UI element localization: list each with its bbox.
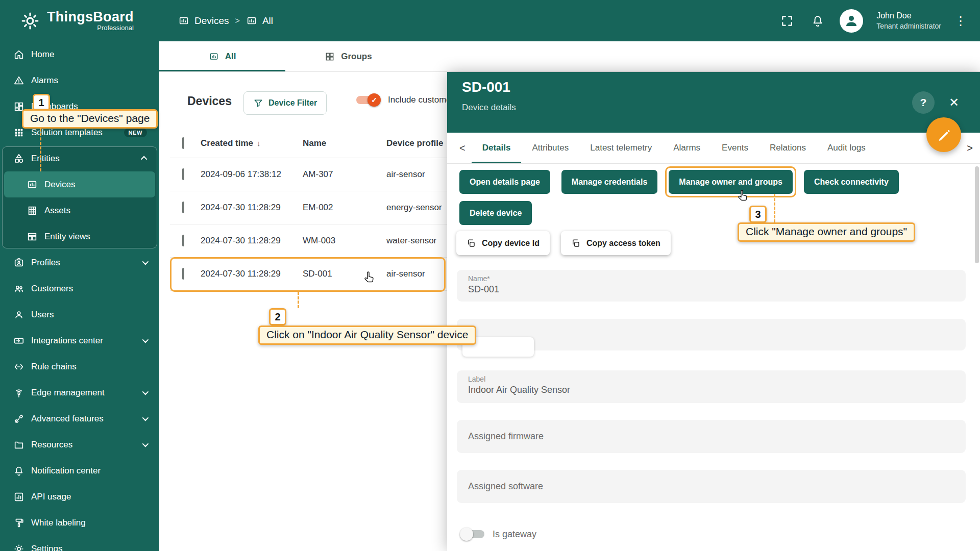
check-connectivity-button[interactable]: Check connectivity	[804, 170, 899, 194]
sidebar-item-entity-views[interactable]: Entity views	[0, 223, 159, 249]
brand-name: ThingsBoard	[47, 10, 134, 24]
sidebar-item-advanced-features[interactable]: Advanced features	[0, 406, 159, 432]
sidebar-item-home[interactable]: Home	[0, 41, 159, 67]
row-checkbox[interactable]	[182, 202, 184, 213]
row-checkbox[interactable]	[182, 268, 184, 280]
chart-icon	[13, 491, 24, 503]
row-checkbox[interactable]	[182, 168, 184, 180]
device-details-panel: SD-001 Device details ? ✕ < Details Attr…	[447, 72, 980, 551]
sidebar-item-alarms[interactable]: Alarms	[0, 67, 159, 93]
column-name[interactable]: Name	[303, 138, 386, 148]
assigned-software-field[interactable]: Assigned software	[457, 470, 966, 503]
home-icon	[13, 49, 24, 60]
annotation-step1-number: 1	[33, 94, 50, 111]
tabs-scroll-right-button[interactable]: >	[962, 133, 978, 164]
delete-device-button[interactable]: Delete device	[459, 201, 532, 225]
brand-gear-icon	[19, 10, 41, 32]
sidebar-item-resources[interactable]: Resources	[0, 432, 159, 458]
copy-access-token-button[interactable]: Copy access token	[561, 231, 671, 255]
open-details-page-button[interactable]: Open details page	[459, 170, 550, 194]
sidebar-item-entities[interactable]: Entities	[0, 145, 159, 171]
manage-credentials-button[interactable]: Manage credentials	[561, 170, 658, 194]
annotation-step1-callout: Go to the "Devices" page	[22, 109, 158, 129]
name-field-value: SD-001	[457, 283, 966, 295]
sidebar-item-customers[interactable]: Customers	[0, 276, 159, 302]
notifications-bell-button[interactable]	[809, 12, 826, 30]
profiles-icon	[13, 257, 24, 268]
assigned-firmware-field[interactable]: Assigned firmware	[457, 420, 966, 453]
panel-tabbar: < Details Attributes Latest telemetry Al…	[447, 133, 980, 164]
customers-icon	[13, 283, 24, 294]
sidebar-item-white-labeling[interactable]: White labeling	[0, 510, 159, 536]
row-checkbox[interactable]	[182, 235, 184, 246]
devices-icon	[209, 52, 219, 62]
breadcrumb-all[interactable]: All	[246, 15, 273, 27]
device-profile-field[interactable]	[457, 319, 966, 350]
devices-icon	[178, 15, 189, 27]
tabs-scroll-left-button[interactable]: <	[453, 133, 472, 163]
annotation-button-highlight: Manage owner and groups	[669, 170, 793, 194]
panel-scrollbar[interactable]	[975, 166, 979, 263]
sidebar-item-rule-chains[interactable]: Rule chains	[0, 354, 159, 380]
tab-relations[interactable]: Relations	[759, 133, 817, 163]
tab-events[interactable]: Events	[711, 133, 759, 163]
sidebar-item-integrations-center[interactable]: Integrations center	[0, 328, 159, 354]
sidebar-item-profiles[interactable]: Profiles	[0, 249, 159, 276]
pencil-icon	[937, 128, 951, 142]
sidebar-item-settings[interactable]: Settings	[0, 536, 159, 551]
sidebar-item-devices[interactable]: Devices	[4, 171, 155, 197]
sidebar-item-api-usage[interactable]: API usage	[0, 484, 159, 510]
annotation-step3-number: 3	[749, 206, 767, 223]
is-gateway-toggle[interactable]	[461, 529, 484, 540]
sidebar-item-notification-center[interactable]: Notification center	[0, 458, 159, 484]
sidebar-item-users[interactable]: Users	[0, 302, 159, 328]
copy-icon	[571, 239, 580, 248]
annotation-step3-callout: Click "Manage owner and groups"	[738, 222, 915, 242]
annotation-step2-number: 2	[269, 308, 286, 325]
gear-icon	[13, 543, 24, 551]
tab-all[interactable]: All	[159, 41, 285, 71]
user-role: Tenant administrator	[876, 21, 941, 31]
label-field-label: Label	[457, 370, 966, 383]
device-filter-button[interactable]: Device Filter	[243, 91, 327, 115]
paint-icon	[13, 517, 24, 529]
select-all-checkbox[interactable]	[182, 137, 184, 149]
user-avatar[interactable]	[840, 9, 863, 33]
entity-tabbar: All Groups	[159, 41, 980, 72]
tab-alarms[interactable]: Alarms	[663, 133, 711, 163]
chevron-down-icon	[142, 415, 149, 421]
include-customer-toggle[interactable]: ✓	[356, 94, 380, 106]
app-header: ThingsBoard Professional Devices > All J…	[0, 0, 980, 41]
fullscreen-button[interactable]	[778, 12, 796, 30]
brand-logo[interactable]: ThingsBoard Professional	[0, 10, 159, 32]
warning-icon	[13, 75, 24, 86]
sort-desc-icon[interactable]: ↓	[257, 139, 261, 147]
header-more-menu[interactable]: ⋮	[954, 14, 967, 28]
edit-fab-button[interactable]	[926, 117, 961, 152]
tab-groups[interactable]: Groups	[285, 41, 411, 71]
tab-attributes[interactable]: Attributes	[521, 133, 579, 163]
user-info[interactable]: John Doe Tenant administrator	[876, 11, 941, 31]
breadcrumb-page-label: All	[262, 15, 273, 27]
breadcrumb: Devices > All	[159, 15, 273, 27]
column-created-time[interactable]: Created time	[201, 138, 253, 148]
tab-audit-logs[interactable]: Audit logs	[817, 133, 876, 163]
copy-device-id-button[interactable]: Copy device Id	[456, 231, 550, 255]
tab-latest-telemetry[interactable]: Latest telemetry	[579, 133, 663, 163]
sidebar-item-edge-management[interactable]: Edge management	[0, 380, 159, 406]
entity-views-icon	[27, 231, 38, 242]
chevron-up-icon	[141, 156, 148, 163]
category-icon	[13, 153, 24, 164]
breadcrumb-devices[interactable]: Devices	[178, 15, 229, 27]
name-field[interactable]: Name* SD-001	[457, 270, 966, 302]
manage-owner-groups-button[interactable]: Manage owner and groups	[669, 170, 793, 194]
sidebar-item-assets[interactable]: Assets	[0, 197, 159, 223]
annotation-step2-connector	[298, 292, 299, 308]
label-field[interactable]: Label Indoor Air Quality Sensor	[457, 370, 966, 403]
help-button[interactable]: ?	[912, 91, 935, 114]
page-title: Devices	[187, 94, 232, 108]
close-icon[interactable]: ✕	[946, 95, 962, 110]
folder-icon	[13, 439, 24, 450]
tab-details[interactable]: Details	[472, 133, 522, 163]
toggle-thumb-check-icon: ✓	[368, 93, 381, 107]
